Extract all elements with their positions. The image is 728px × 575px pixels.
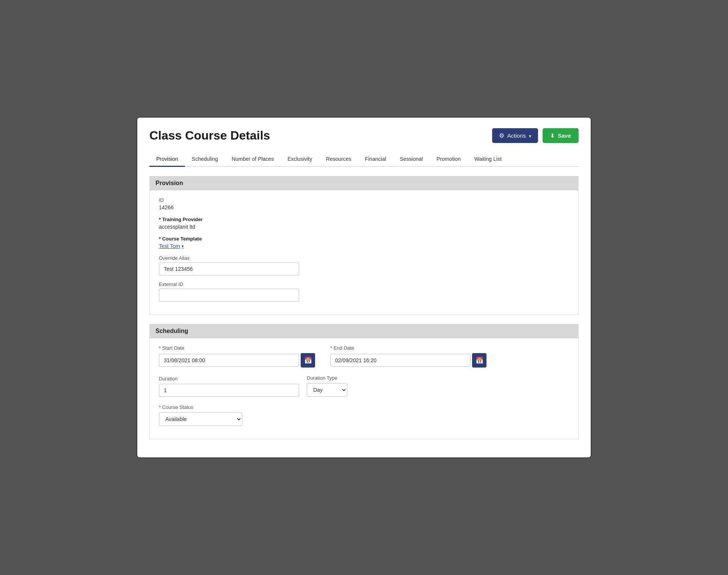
start-date-input[interactable] xyxy=(159,354,299,367)
provision-section-body: ID 14266 * Training Provider accessplani… xyxy=(149,190,579,315)
duration-field: Duration xyxy=(159,376,299,397)
course-template-link[interactable]: Test Tom xyxy=(159,243,184,249)
gear-icon xyxy=(499,132,504,139)
training-provider-label: * Training Provider xyxy=(159,217,569,222)
override-alias-label: Override Alias xyxy=(159,255,569,261)
save-label: Save xyxy=(558,132,571,139)
tab-scheduling[interactable]: Scheduling xyxy=(185,152,225,166)
id-field-group: ID 14266 xyxy=(159,197,569,211)
scheduling-title: Scheduling xyxy=(155,328,188,334)
provision-section: Provision ID 14266 * Training Provider a… xyxy=(149,176,579,315)
page-title: Class Course Details xyxy=(149,129,270,143)
provision-section-header: Provision xyxy=(149,176,579,190)
override-alias-input[interactable] xyxy=(159,262,299,275)
external-id-label: External ID xyxy=(159,281,569,287)
tab-promotion[interactable]: Promotion xyxy=(430,152,468,166)
start-date-label: * Start Date xyxy=(159,345,315,351)
end-date-input[interactable] xyxy=(330,354,471,367)
end-date-field: * End Date 📅 xyxy=(330,345,486,368)
course-status-select[interactable]: Available Cancelled Completed Draft Full xyxy=(159,412,242,426)
actions-label: Actions xyxy=(507,132,526,139)
tabs-nav: Provision Scheduling Number of Places Ex… xyxy=(149,152,579,167)
tab-financial[interactable]: Financial xyxy=(358,152,393,166)
main-window: Class Course Details Actions Save Provis… xyxy=(136,117,592,458)
course-template-label: * Course Template xyxy=(159,236,569,242)
external-id-input[interactable] xyxy=(159,289,299,302)
tab-exclusivity[interactable]: Exclusivity xyxy=(281,152,319,166)
duration-type-label: Duration Type xyxy=(307,375,347,381)
course-template-value: Test Tom xyxy=(159,243,569,249)
end-date-wrap: 📅 xyxy=(330,353,486,368)
calendar-icon: 📅 xyxy=(304,357,312,364)
tab-provision[interactable]: Provision xyxy=(149,152,185,167)
training-provider-field-group: * Training Provider accessplanit ltd xyxy=(159,217,569,230)
save-icon xyxy=(550,132,555,139)
course-status-field: * Course Status Available Cancelled Comp… xyxy=(159,404,569,426)
id-value: 14266 xyxy=(159,204,569,211)
start-date-calendar-button[interactable]: 📅 xyxy=(301,353,315,368)
duration-label: Duration xyxy=(159,376,299,382)
dates-row: * Start Date 📅 * End Date 📅 xyxy=(159,345,569,368)
start-date-field: * Start Date 📅 xyxy=(159,345,315,368)
end-date-calendar-button[interactable]: 📅 xyxy=(472,353,486,368)
calendar-icon-2: 📅 xyxy=(475,357,483,364)
external-id-field-group: External ID xyxy=(159,281,569,302)
save-button[interactable]: Save xyxy=(543,128,579,143)
training-provider-value: accessplanit ltd xyxy=(159,224,569,230)
header: Class Course Details Actions Save xyxy=(149,128,579,143)
scheduling-section: Scheduling * Start Date 📅 * End Date xyxy=(149,324,579,439)
provision-title: Provision xyxy=(155,180,183,186)
duration-type-field: Duration Type Day Week Hour Minute xyxy=(307,375,347,397)
start-date-wrap: 📅 xyxy=(159,353,315,368)
tab-sessional[interactable]: Sessional xyxy=(393,152,430,166)
id-label: ID xyxy=(159,197,569,203)
course-template-field-group: * Course Template Test Tom xyxy=(159,236,569,249)
duration-input[interactable] xyxy=(159,384,299,397)
override-alias-field-group: Override Alias xyxy=(159,255,569,275)
tab-waiting-list[interactable]: Waiting List xyxy=(468,152,508,166)
tab-number-of-places[interactable]: Number of Places xyxy=(225,152,281,166)
scheduling-section-body: * Start Date 📅 * End Date 📅 xyxy=(149,338,579,439)
header-buttons: Actions Save xyxy=(492,128,579,143)
scheduling-section-header: Scheduling xyxy=(149,324,579,338)
course-status-label: * Course Status xyxy=(159,404,569,410)
end-date-label: * End Date xyxy=(330,345,486,351)
actions-button[interactable]: Actions xyxy=(492,128,538,143)
duration-type-select[interactable]: Day Week Hour Minute xyxy=(307,383,347,397)
duration-row: Duration Duration Type Day Week Hour Min… xyxy=(159,375,569,397)
tab-resources[interactable]: Resources xyxy=(319,152,358,166)
chevron-down-icon xyxy=(529,132,531,139)
